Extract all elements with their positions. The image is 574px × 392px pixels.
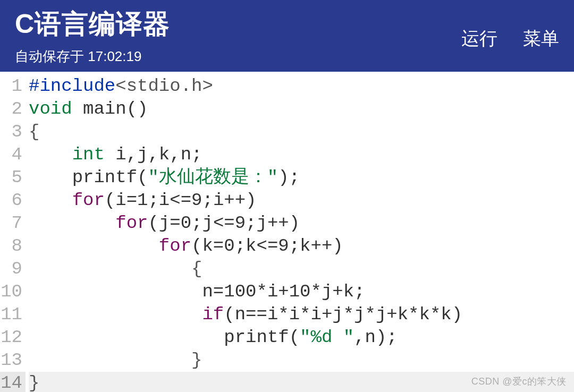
line-number: 14 <box>0 372 26 392</box>
app-header: C语言编译器 自动保存于 17:02:19 运行 菜单 <box>0 0 574 72</box>
line-number: 3 <box>0 121 26 143</box>
code-line[interactable]: } <box>29 349 574 372</box>
code-line[interactable]: for(k=0;k<=9;k++) <box>29 235 574 258</box>
autosave-prefix: 自动保存于 <box>15 48 88 64</box>
code-line[interactable]: for(i=1;i<=9;i++) <box>29 189 574 212</box>
line-number: 6 <box>0 189 26 212</box>
line-number: 4 <box>0 143 26 166</box>
line-number: 9 <box>0 258 26 280</box>
autosave-status: 自动保存于 17:02:19 <box>15 47 170 66</box>
code-line[interactable]: n=100*i+10*j+k; <box>29 280 574 303</box>
code-line[interactable]: int i,j,k,n; <box>29 143 574 166</box>
code-pane[interactable]: #include<stdio.h>void main(){ int i,j,k,… <box>26 72 574 392</box>
run-button[interactable]: 运行 <box>461 27 497 51</box>
line-number: 7 <box>0 212 26 235</box>
code-line[interactable]: void main() <box>29 98 574 121</box>
code-line[interactable]: if(n==i*i*i+j*j*j+k*k*k) <box>29 303 574 326</box>
header-actions: 运行 菜单 <box>461 27 559 51</box>
line-number-gutter: 1234567891011121314 <box>0 72 26 392</box>
line-number: 1 <box>0 75 26 98</box>
code-editor[interactable]: 1234567891011121314 #include<stdio.h>voi… <box>0 72 574 392</box>
menu-button[interactable]: 菜单 <box>523 27 559 51</box>
line-number: 8 <box>0 235 26 258</box>
code-line[interactable]: printf("水仙花数是："); <box>29 166 574 189</box>
line-number: 10 <box>0 280 26 303</box>
code-line[interactable]: { <box>29 121 574 143</box>
app-title: C语言编译器 <box>15 6 170 42</box>
watermark: CSDN @爱c的笨大侠 <box>471 375 567 388</box>
line-number: 12 <box>0 326 26 349</box>
header-left: C语言编译器 自动保存于 17:02:19 <box>15 6 170 66</box>
code-line[interactable]: printf("%d ",n); <box>29 326 574 349</box>
line-number: 5 <box>0 166 26 189</box>
code-line[interactable]: { <box>29 258 574 280</box>
line-number: 11 <box>0 303 26 326</box>
line-number: 13 <box>0 349 26 372</box>
code-line[interactable]: #include<stdio.h> <box>29 75 574 98</box>
line-number: 2 <box>0 98 26 121</box>
autosave-time: 17:02:19 <box>88 48 141 64</box>
code-line[interactable]: for(j=0;j<=9;j++) <box>29 212 574 235</box>
